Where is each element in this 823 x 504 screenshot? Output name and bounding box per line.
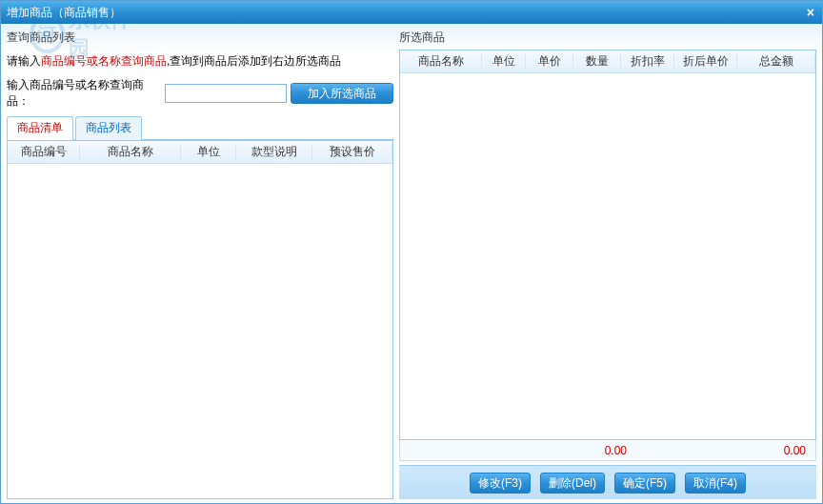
tabs: 商品清单 商品列表	[7, 115, 393, 140]
search-input[interactable]	[165, 84, 287, 103]
close-icon[interactable]: ×	[807, 5, 814, 20]
titlebar: 增加商品（商品销售） ×	[1, 1, 822, 24]
col-style-desc[interactable]: 款型说明	[236, 144, 312, 160]
left-grid-body[interactable]	[8, 164, 392, 498]
hint-highlight: 商品编号或名称查询商品	[41, 54, 167, 68]
content-area: 查询商品列表 请输入商品编号或名称查询商品,查询到商品后添加到右边所选商品 输入…	[1, 24, 822, 503]
tab-product-table[interactable]: 商品列表	[75, 116, 142, 140]
right-panel: 所选商品 商品名称 单位 单价 数量 折扣率 折后单价 总金额 0	[399, 28, 816, 499]
delete-button[interactable]: 删除(Del)	[540, 473, 605, 494]
col-r-unit[interactable]: 单位	[482, 53, 526, 70]
dialog-window: 河东软件园 增加商品（商品销售） × 查询商品列表 请输入商品编号或名称查询商品…	[0, 0, 823, 504]
col-r-total[interactable]: 总金额	[737, 53, 815, 70]
search-label: 输入商品编号或名称查询商品：	[7, 77, 161, 110]
window-title: 增加商品（商品销售）	[7, 5, 121, 21]
total-qty: 0.00	[573, 444, 636, 457]
add-selected-button[interactable]: 加入所选商品(F8)	[291, 83, 393, 104]
col-r-disc-price[interactable]: 折后单价	[674, 53, 737, 70]
hint-suffix: ,查询到商品后添加到右边所选商品	[167, 54, 341, 68]
left-panel: 查询商品列表 请输入商品编号或名称查询商品,查询到商品后添加到右边所选商品 输入…	[7, 28, 393, 499]
right-grid-body[interactable]	[400, 73, 815, 439]
hint-prefix: 请输入	[7, 54, 41, 68]
col-r-price[interactable]: 单价	[526, 53, 573, 70]
search-row: 输入商品编号或名称查询商品： 加入所选商品(F8)	[7, 73, 393, 115]
right-section-title: 所选商品	[399, 28, 816, 50]
col-r-discount[interactable]: 折扣率	[621, 53, 674, 70]
left-section-title: 查询商品列表	[7, 28, 393, 50]
col-r-qty[interactable]: 数量	[573, 53, 621, 70]
ok-button[interactable]: 确定(F5)	[614, 473, 675, 494]
tab-product-list[interactable]: 商品清单	[7, 116, 73, 140]
search-hint: 请输入商品编号或名称查询商品,查询到商品后添加到右边所选商品	[7, 50, 393, 73]
col-product-code[interactable]: 商品编号	[8, 144, 80, 160]
left-grid: 商品编号 商品名称 单位 款型说明 预设售价	[7, 140, 393, 499]
total-amount: 0.00	[753, 444, 815, 457]
col-unit[interactable]: 单位	[181, 144, 236, 160]
col-r-product-name[interactable]: 商品名称	[400, 53, 482, 70]
cancel-button[interactable]: 取消(F4)	[685, 473, 746, 494]
left-grid-header: 商品编号 商品名称 单位 款型说明 预设售价	[8, 141, 392, 164]
right-grid: 商品名称 单位 单价 数量 折扣率 折后单价 总金额	[399, 50, 816, 440]
modify-button[interactable]: 修改(F3)	[470, 473, 531, 494]
col-product-name[interactable]: 商品名称	[80, 144, 181, 160]
totals-row: 0.00 0.00	[399, 440, 816, 461]
right-grid-header: 商品名称 单位 单价 数量 折扣率 折后单价 总金额	[400, 50, 815, 73]
footer-buttons: 修改(F3) 删除(Del) 确定(F5) 取消(F4)	[399, 465, 816, 499]
col-preset-price[interactable]: 预设售价	[312, 144, 392, 160]
